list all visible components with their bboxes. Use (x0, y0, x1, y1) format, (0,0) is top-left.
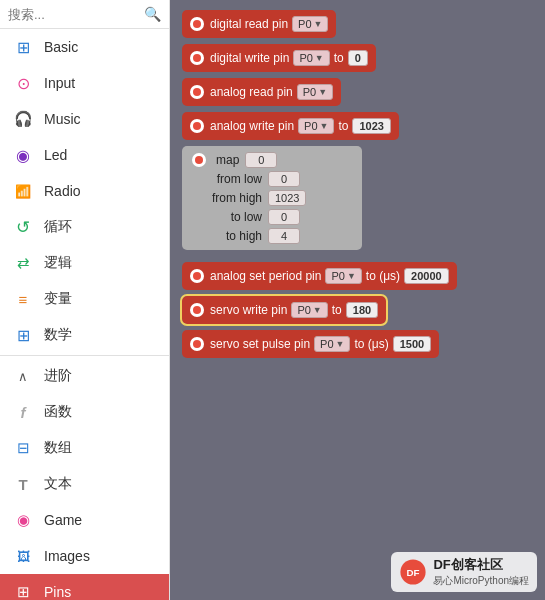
block-servo-pulse-to: to (μs) (354, 337, 388, 351)
logic-icon: ⇄ (12, 252, 34, 274)
pin-badge-4[interactable]: P0 ▼ (298, 118, 334, 134)
watermark-logo-icon: DF (399, 558, 427, 586)
block-digital-read-label: digital read pin (210, 17, 288, 31)
pin-badge-6[interactable]: P0 ▼ (291, 302, 327, 318)
sidebar-label-led: Led (44, 147, 67, 163)
block-servo-pulse[interactable]: servo set pulse pin P0 ▼ to (μs) 1500 (182, 330, 439, 358)
block-row-1: digital read pin P0 ▼ (182, 10, 533, 38)
sidebar-label-variable: 变量 (44, 290, 72, 308)
block-digital-write[interactable]: digital write pin P0 ▼ to 0 (182, 44, 376, 72)
block-row-6: servo write pin P0 ▼ to 180 (182, 296, 533, 324)
block-circle-1 (190, 17, 204, 31)
block-analog-write-value[interactable]: 1023 (352, 118, 390, 134)
block-analog-period[interactable]: analog set period pin P0 ▼ to (μs) 20000 (182, 262, 457, 290)
sidebar-label-functions: 函数 (44, 403, 72, 421)
map-to-low-value[interactable]: 0 (268, 209, 300, 225)
block-analog-write[interactable]: analog write pin P0 ▼ to 1023 (182, 112, 399, 140)
sidebar-label-text: 文本 (44, 475, 72, 493)
pin-badge-6-value: P0 (297, 304, 310, 316)
sidebar-item-advanced[interactable]: ∧ 进阶 (0, 358, 169, 394)
sidebar-item-arrays[interactable]: ⊟ 数组 (0, 430, 169, 466)
sidebar-item-input[interactable]: ⊙ Input (0, 65, 169, 101)
pin-badge-3-arrow: ▼ (318, 87, 327, 97)
pin-badge-4-arrow: ▼ (320, 121, 329, 131)
sidebar-label-math: 数学 (44, 326, 72, 344)
pin-badge-6-arrow: ▼ (313, 305, 322, 315)
map-from-high-label: from high (192, 191, 262, 205)
arrays-icon: ⊟ (12, 437, 34, 459)
block-servo-pulse-label: servo set pulse pin (210, 337, 310, 351)
sidebar-label-basic: Basic (44, 39, 78, 55)
game-icon: ◉ (12, 509, 34, 531)
map-from-low-value[interactable]: 0 (268, 171, 300, 187)
block-circle-3 (190, 85, 204, 99)
text-icon: T (12, 473, 34, 495)
map-row-to-high: to high 4 (192, 228, 352, 244)
block-digital-write-label: digital write pin (210, 51, 289, 65)
pin-badge-7-arrow: ▼ (336, 339, 345, 349)
map-to-high-value[interactable]: 4 (268, 228, 300, 244)
watermark-text-block: DF创客社区 易心MicroPython编程 (433, 556, 529, 588)
pin-badge-7[interactable]: P0 ▼ (314, 336, 350, 352)
sidebar-item-text[interactable]: T 文本 (0, 466, 169, 502)
pins-icon: ⊞ (12, 581, 34, 600)
map-row-map: map 0 (192, 152, 352, 168)
sidebar: 🔍 ⊞ Basic ⊙ Input 🎧 Music ◉ Led 📶 Radio … (0, 0, 170, 600)
block-row-4: analog write pin P0 ▼ to 1023 (182, 112, 533, 140)
block-circle-5 (190, 269, 204, 283)
sidebar-item-game[interactable]: ◉ Game (0, 502, 169, 538)
search-bar[interactable]: 🔍 (0, 0, 169, 29)
block-circle-2 (190, 51, 204, 65)
sidebar-item-images[interactable]: 🖼 Images (0, 538, 169, 574)
pin-badge-4-value: P0 (304, 120, 317, 132)
sidebar-items: ⊞ Basic ⊙ Input 🎧 Music ◉ Led 📶 Radio ↺ … (0, 29, 169, 600)
sidebar-item-basic[interactable]: ⊞ Basic (0, 29, 169, 65)
sidebar-item-music[interactable]: 🎧 Music (0, 101, 169, 137)
pin-badge-5[interactable]: P0 ▼ (325, 268, 361, 284)
pin-badge-3-value: P0 (303, 86, 316, 98)
music-icon: 🎧 (12, 108, 34, 130)
map-from-low-label: from low (192, 172, 262, 186)
sidebar-item-pins[interactable]: ⊞ Pins (0, 574, 169, 600)
pin-badge-2[interactable]: P0 ▼ (293, 50, 329, 66)
sidebar-item-radio[interactable]: 📶 Radio (0, 173, 169, 209)
block-servo-write-value[interactable]: 180 (346, 302, 378, 318)
sidebar-item-logic[interactable]: ⇄ 逻辑 (0, 245, 169, 281)
block-digital-write-value[interactable]: 0 (348, 50, 368, 66)
pin-badge-1-arrow: ▼ (314, 19, 323, 29)
functions-icon: f (12, 401, 34, 423)
pin-badge-3[interactable]: P0 ▼ (297, 84, 333, 100)
sidebar-item-loop[interactable]: ↺ 循环 (0, 209, 169, 245)
block-row-5: analog set period pin P0 ▼ to (μs) 20000 (182, 262, 533, 290)
map-from-high-value[interactable]: 1023 (268, 190, 306, 206)
map-map-value[interactable]: 0 (245, 152, 277, 168)
block-servo-write[interactable]: servo write pin P0 ▼ to 180 (182, 296, 386, 324)
sidebar-item-led[interactable]: ◉ Led (0, 137, 169, 173)
sidebar-label-logic: 逻辑 (44, 254, 72, 272)
map-row-from-low: from low 0 (192, 171, 352, 187)
led-icon: ◉ (12, 144, 34, 166)
math-icon: ⊞ (12, 324, 34, 346)
map-circle (192, 153, 206, 167)
sidebar-label-images: Images (44, 548, 90, 564)
pin-badge-1-value: P0 (298, 18, 311, 30)
block-circle-4 (190, 119, 204, 133)
sidebar-item-functions[interactable]: f 函数 (0, 394, 169, 430)
sidebar-label-game: Game (44, 512, 82, 528)
block-analog-write-to: to (338, 119, 348, 133)
block-row-3: analog read pin P0 ▼ (182, 78, 533, 106)
block-analog-read[interactable]: analog read pin P0 ▼ (182, 78, 341, 106)
sidebar-item-math[interactable]: ⊞ 数学 (0, 317, 169, 353)
main-content: digital read pin P0 ▼ digital write pin … (170, 0, 545, 600)
map-to-low-label: to low (192, 210, 262, 224)
sidebar-label-input: Input (44, 75, 75, 91)
search-input[interactable] (8, 7, 138, 22)
block-analog-period-label: analog set period pin (210, 269, 321, 283)
variable-icon: ≡ (12, 288, 34, 310)
block-analog-period-value[interactable]: 20000 (404, 268, 449, 284)
block-servo-pulse-value[interactable]: 1500 (393, 336, 431, 352)
pin-badge-1[interactable]: P0 ▼ (292, 16, 328, 32)
pin-badge-2-arrow: ▼ (315, 53, 324, 63)
block-digital-read[interactable]: digital read pin P0 ▼ (182, 10, 336, 38)
sidebar-item-variable[interactable]: ≡ 变量 (0, 281, 169, 317)
